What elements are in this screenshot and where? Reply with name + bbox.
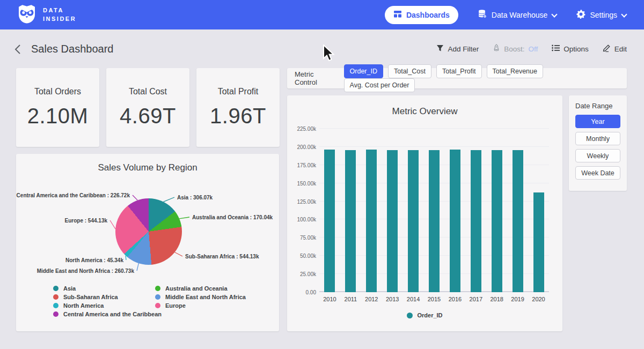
pencil-icon	[603, 44, 611, 54]
sales-volume-chart: Sales Volume by Region Asia : 306.07kAus…	[16, 154, 279, 331]
metric-button-order-id[interactable]: Order_ID	[344, 64, 383, 78]
metric-button-total-cost[interactable]: Total_Cost	[388, 64, 431, 78]
y-axis-tick: 225.00k	[297, 126, 316, 132]
y-axis-tick: 150.00k	[297, 180, 316, 186]
pie-leader-line	[163, 197, 174, 202]
legend-label: Middle East and North Africa	[165, 294, 246, 300]
bar-2018[interactable]	[492, 150, 502, 292]
pie-chart[interactable]	[115, 198, 182, 265]
metric-control-bar: Metric Control Order_IDTotal_CostTotal_P…	[287, 68, 627, 88]
dashboard-grid-icon	[393, 10, 402, 20]
x-axis-label: 2013	[382, 296, 403, 302]
legend-dot-icon	[155, 286, 160, 291]
metric-button-total-revenue[interactable]: Total_Revenue	[487, 64, 543, 78]
pie-slice-label: North America : 45.34k	[65, 257, 123, 263]
bar-2010[interactable]	[324, 150, 335, 292]
bar-2019[interactable]	[513, 150, 523, 292]
bar-2011[interactable]	[345, 150, 356, 292]
y-axis-tick: 175.00k	[297, 162, 316, 168]
chevron-down-icon	[621, 11, 627, 17]
back-button[interactable]	[14, 44, 21, 57]
pie-slice-label: Asia : 306.07k	[177, 195, 213, 201]
legend-item-australia-and-oceania[interactable]: Australia and Oceania	[155, 284, 246, 293]
legend-item-europe[interactable]: Europe	[155, 301, 246, 310]
date-range-button-week-date[interactable]: Week Date	[575, 166, 620, 180]
date-range-button-year[interactable]: Year	[575, 115, 620, 128]
legend-dot-icon	[155, 303, 160, 308]
bar-chart-legend[interactable]: Order_ID	[287, 312, 562, 318]
legend-dot-icon	[53, 311, 58, 317]
bar-2016[interactable]	[450, 150, 460, 293]
x-axis-label: 2017	[465, 296, 486, 302]
bar-slot	[340, 129, 361, 292]
dashboards-button[interactable]: Dashboards	[385, 6, 458, 24]
date-range-label: Date Range	[575, 102, 620, 110]
bar-2013[interactable]	[387, 150, 398, 292]
pie-slice-label: Europe : 544.13k	[65, 218, 107, 224]
bar-slot	[382, 129, 403, 292]
legend-item-asia[interactable]: Asia	[53, 284, 162, 293]
settings-menu[interactable]: Settings	[576, 10, 627, 20]
kpi-label: Total Profit	[218, 87, 259, 96]
x-axis-label: 2018	[486, 296, 507, 302]
bar-2020[interactable]	[533, 192, 544, 292]
pie-plot-area: Asia : 306.07kAustralia and Oceania : 17…	[16, 181, 279, 283]
bar-2012[interactable]	[366, 150, 377, 293]
page-title: Sales Dashboard	[31, 43, 113, 55]
bar-2014[interactable]	[408, 150, 419, 292]
brand-logo[interactable]: DATAINSIDER	[16, 3, 76, 27]
bar-slot	[507, 129, 528, 292]
x-axis-label: 2011	[340, 296, 361, 302]
pie-legend-column: Australia and OceaniaMiddle East and Nor…	[155, 284, 246, 310]
legend-item-north-america[interactable]: North America	[53, 301, 162, 310]
kpi-value: 2.10M	[27, 104, 89, 128]
add-filter-button[interactable]: Add Filter	[436, 44, 479, 54]
legend-label: Australia and Oceania	[165, 285, 228, 292]
bar-slot	[444, 129, 465, 292]
legend-dot-icon	[407, 313, 413, 318]
rocket-icon	[493, 44, 500, 54]
pie-slice-label: Middle East and North Africa : 260.73k	[37, 268, 134, 274]
legend-label: Europe	[165, 302, 186, 309]
mouse-cursor	[323, 44, 335, 65]
x-axis-label: 2012	[361, 296, 382, 302]
boost-toggle[interactable]: Boost: Off	[493, 44, 538, 54]
top-nav-bar: DATAINSIDER Dashboards	[0, 0, 644, 29]
legend-label: Central America and the Caribbean	[63, 311, 162, 317]
legend-dot-icon	[155, 294, 160, 300]
legend-item-central-america-and-the-caribbean[interactable]: Central America and the Caribbean	[53, 310, 162, 318]
bar-legend-label: Order_ID	[417, 312, 442, 318]
y-axis-tick: 125.00k	[297, 198, 316, 204]
data-warehouse-menu[interactable]: Data Warehouse	[478, 9, 558, 20]
bar-2015[interactable]	[429, 150, 440, 292]
bar-2017[interactable]	[471, 150, 481, 292]
legend-item-middle-east-and-north-africa[interactable]: Middle East and North Africa	[155, 293, 246, 301]
gear-icon	[576, 10, 586, 20]
pie-legend-column: AsiaSub-Saharan AfricaNorth AmericaCentr…	[53, 284, 162, 318]
legend-item-sub-saharan-africa[interactable]: Sub-Saharan Africa	[53, 293, 162, 301]
legend-dot-icon	[53, 294, 58, 300]
kpi-value: 1.96T	[210, 104, 266, 128]
database-icon	[478, 9, 487, 20]
legend-label: Asia	[63, 285, 76, 292]
date-range-button-weekly[interactable]: Weekly	[575, 149, 620, 162]
kpi-card-total-profit: Total Profit1.96T	[196, 68, 280, 147]
bar-slot	[361, 129, 382, 292]
date-range-button-monthly[interactable]: Monthly	[575, 132, 620, 145]
bar-series	[319, 129, 549, 292]
pie-leader-line	[133, 195, 137, 201]
options-button[interactable]: Options	[552, 44, 589, 53]
legend-dot-icon	[53, 303, 58, 308]
metric-button-avg-cost-per-order[interactable]: Avg. Cost per Order	[344, 78, 415, 92]
kpi-card-total-cost: Total Cost4.69T	[106, 68, 189, 147]
x-axis-label: 2016	[444, 296, 465, 302]
y-axis-tick: 50.00k	[300, 253, 316, 259]
pie-leader-line	[110, 220, 115, 229]
y-axis-tick: 0.00	[306, 289, 316, 295]
pie-slice-label: Sub-Saharan Africa : 544.13k	[185, 254, 259, 259]
legend-label: Sub-Saharan Africa	[63, 294, 118, 300]
x-axis-label: 2010	[319, 296, 340, 302]
edit-button[interactable]: Edit	[603, 44, 627, 54]
metric-button-total-profit[interactable]: Total_Profit	[436, 64, 482, 78]
pie-slice-label: Australia and Oceania : 170.04k	[192, 214, 273, 220]
